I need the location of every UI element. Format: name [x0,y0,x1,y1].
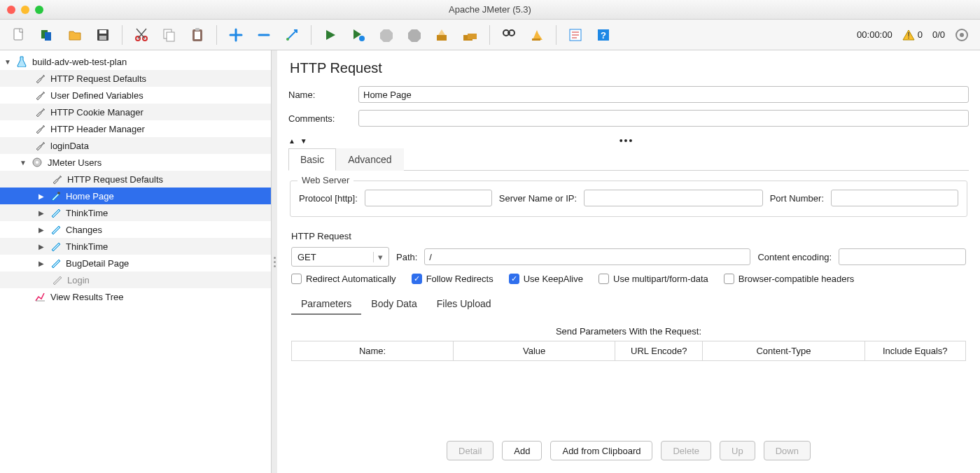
start-no-pause-icon[interactable] [346,23,370,47]
tree-item[interactable]: HTTP Header Manager [0,120,271,137]
subtab-body-data[interactable]: Body Data [361,294,426,315]
warning-icon: ! [902,29,915,41]
tree-item[interactable]: User Defined Variables [0,87,271,104]
tree-item[interactable]: HTTP Request Defaults [0,171,271,188]
tree-item[interactable]: ▶BugDetail Page [0,255,271,271]
clear-icon[interactable] [430,23,454,47]
main-tabs: Basic Advanced [288,148,969,171]
port-input[interactable] [831,190,958,206]
method-select[interactable]: GET ▾ [291,247,389,267]
status-area: 00:00:00 ! 0 0/0 [857,28,973,42]
subtab-parameters[interactable]: Parameters [291,294,361,315]
col-include-equals[interactable]: Include Equals? [864,341,965,361]
tree-item[interactable]: ▶ThinkTime [0,238,271,255]
editor-panel: HTTP Request Name: Comments: ▲ ▼••• Basi… [277,50,980,473]
function-helper-icon[interactable] [564,23,587,47]
redirect-auto-checkbox[interactable]: Redirect Automatically [291,274,396,284]
name-input[interactable] [358,86,969,103]
wrench-icon [34,73,46,84]
main-content: ▼ build-adv-web-test-plan HTTP Request D… [0,50,980,473]
web-server-group: Web Server Protocol [http]: Server Name … [290,181,967,217]
new-icon[interactable] [7,23,31,47]
svg-rect-9 [167,32,174,41]
tab-basic[interactable]: Basic [288,148,336,171]
reset-search-icon[interactable] [525,23,549,47]
svg-point-13 [286,38,289,41]
server-input[interactable] [584,190,763,206]
copy-icon[interactable] [158,23,181,47]
subtab-files-upload[interactable]: Files Upload [427,294,501,315]
remove-icon[interactable] [252,23,276,47]
col-content-type[interactable]: Content-Type [703,341,864,361]
add-button[interactable]: Add [502,441,542,460]
params-header: Send Parameters With the Request: [291,326,966,337]
warning-count: 0 [918,29,923,40]
tree-item[interactable]: ▶ThinkTime [0,204,271,221]
start-icon[interactable] [318,23,342,47]
toolbar-separator [556,25,556,45]
col-url-encode[interactable]: URL Encode? [615,341,703,361]
tree-root[interactable]: ▼ build-adv-web-test-plan [0,53,271,70]
params-table[interactable]: Name: Value URL Encode? Content-Type Inc… [291,341,966,361]
tree-item[interactable]: View Results Tree [0,288,271,305]
toolbar-separator [216,25,217,45]
toolbar-separator [311,25,312,45]
tree-item[interactable]: loginData [0,137,271,154]
keepalive-checkbox[interactable]: ✓Use KeepAlive [509,274,583,284]
gear-icon [31,157,43,168]
wrench-icon [34,90,46,101]
up-button[interactable]: Up [720,441,755,460]
comments-input[interactable] [358,110,969,127]
browser-headers-checkbox[interactable]: Browser-compatible headers [724,274,854,284]
wrench-icon [34,106,46,118]
add-icon[interactable] [224,23,248,47]
method-value: GET [298,252,316,262]
http-request-legend: HTTP Request [291,231,966,241]
param-subtabs: Parameters Body Data Files Upload [291,294,966,315]
gauge-icon[interactable] [955,28,969,42]
svg-rect-17 [468,34,477,39]
window-title: Apache JMeter (5.3) [0,4,980,15]
save-icon[interactable] [91,23,115,47]
help-icon[interactable]: ? [592,23,615,47]
tree-item[interactable]: HTTP Cookie Manager [0,104,271,120]
tree-thread-group[interactable]: ▼JMeter Users [0,154,271,171]
cut-icon[interactable] [130,23,153,47]
toolbar: ? 00:00:00 ! 0 0/0 [0,20,980,50]
search-icon[interactable] [497,23,521,47]
path-input[interactable] [424,248,750,265]
timer-label: 00:00:00 [857,29,892,40]
section-collapser[interactable]: ▲ ▼••• [284,136,969,145]
stop-icon[interactable] [374,23,398,47]
port-label: Port Number: [770,193,824,204]
add-clipboard-button[interactable]: Add from Clipboard [550,441,652,460]
sampler-icon [50,207,61,218]
paste-icon[interactable] [186,23,209,47]
col-value[interactable]: Value [454,341,615,361]
col-name[interactable]: Name: [292,341,454,361]
detail-button[interactable]: Detail [447,441,493,460]
follow-redirects-checkbox[interactable]: ✓Follow Redirects [412,274,493,284]
templates-icon[interactable] [35,23,59,47]
protocol-input[interactable] [365,190,492,206]
expand-icon[interactable] [280,23,304,47]
splitter[interactable] [272,50,277,473]
tree-item[interactable]: HTTP Request Defaults [0,70,271,87]
multipart-checkbox[interactable]: Use multipart/form-data [598,274,708,284]
delete-button[interactable]: Delete [661,441,711,460]
svg-rect-5 [99,36,106,40]
clear-all-icon[interactable] [458,23,482,47]
shutdown-icon[interactable] [402,23,426,47]
test-plan-tree[interactable]: ▼ build-adv-web-test-plan HTTP Request D… [0,50,272,473]
tree-item-selected[interactable]: ▶Home Page [0,188,271,204]
encoding-input[interactable] [839,248,966,265]
tree-item[interactable]: ▶Changes [0,221,271,238]
tab-advanced[interactable]: Advanced [336,148,403,171]
down-button[interactable]: Down [764,441,811,460]
sampler-icon [50,190,61,202]
open-icon[interactable] [63,23,87,47]
tree-item[interactable]: Login [0,271,271,288]
param-buttons: Detail Add Add from Clipboard Delete Up … [288,432,969,466]
svg-point-14 [359,36,365,41]
chart-icon [34,291,46,302]
